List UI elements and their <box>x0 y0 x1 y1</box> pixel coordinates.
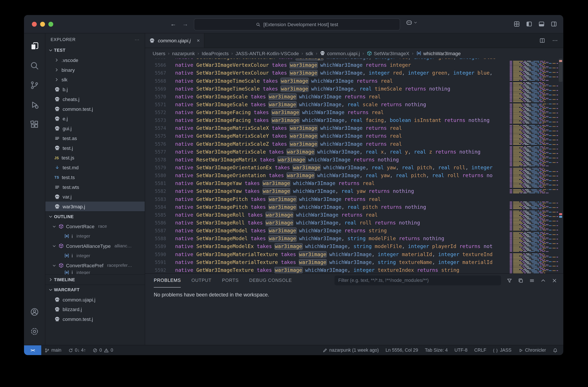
copilot-menu[interactable] <box>406 19 417 26</box>
breadcrumb-item-common.ujapi.j[interactable]: common.ujapi.j <box>320 50 360 56</box>
tree-item-test.as[interactable]: test.as <box>45 133 145 143</box>
tab-close-button[interactable]: × <box>197 38 200 44</box>
status-sync[interactable]: 0↓ 4↑ <box>65 345 89 355</box>
pen-icon <box>323 348 327 353</box>
activity-account[interactable] <box>24 302 45 321</box>
panel-tab-debug-console[interactable]: DEBUG CONSOLE <box>249 273 292 288</box>
sidebar-more-actions-button[interactable]: ··· <box>135 37 140 42</box>
file-name: test.j <box>63 145 73 151</box>
command-center[interactable]: [Extension Development Host] test <box>194 18 400 30</box>
tree-item-.vscode[interactable]: .vscode <box>45 55 145 65</box>
funnel-icon[interactable] <box>507 277 512 283</box>
activity-settings[interactable] <box>24 322 45 341</box>
tree-item-slk[interactable]: slk <box>45 75 145 84</box>
panel-right-icon[interactable] <box>550 21 557 27</box>
breadcrumb-item-nazarpunk[interactable]: nazarpunk <box>172 50 195 56</box>
status-language-mode[interactable]: { }JASS <box>490 345 515 355</box>
tree-item-test.md[interactable]: test.md <box>45 162 145 172</box>
skull-icon <box>55 106 60 112</box>
panel-tab-problems[interactable]: PROBLEMS <box>154 273 181 288</box>
tree-item-test.js[interactable]: JStest.js <box>45 153 145 162</box>
back-button[interactable]: ← <box>170 21 176 27</box>
play-icon <box>518 348 523 353</box>
breadcrumb-item-Users[interactable]: Users <box>152 50 165 56</box>
section-header-timeline[interactable]: TIMELINE <box>45 274 145 284</box>
tree-item-test.wts[interactable]: test.wts <box>45 182 145 192</box>
status-indentation[interactable]: Tab Size: 4 <box>421 345 451 355</box>
remote-indicator[interactable]: >< <box>24 345 41 355</box>
code-editor[interactable]: 5565native SetWar3ImageVertexColourEx ta… <box>145 58 563 273</box>
outline-item-i[interactable]: iinteger <box>45 231 145 241</box>
panel-tab-output[interactable]: OUTPUT <box>191 273 211 288</box>
tree-item-common.test.j[interactable]: common.test.j <box>45 104 145 114</box>
breadcrumb-item-sdk[interactable]: sdk <box>306 50 313 56</box>
problems-filter-input[interactable] <box>335 275 501 285</box>
tree-item-blizzard.j[interactable]: blizzard.j <box>45 304 145 314</box>
tree-item-e.j[interactable]: e.j <box>45 114 145 123</box>
section-header-warcraft[interactable]: WARCRAFT <box>45 284 145 295</box>
breadcrumb-separator: › <box>412 51 413 56</box>
outline-item-ConvertRace[interactable]: ConvertRacerace <box>45 221 145 231</box>
status-branch[interactable]: main <box>41 345 65 355</box>
activity-search[interactable] <box>24 56 45 75</box>
tree-item-common.ujapi.j[interactable]: common.ujapi.j <box>45 295 145 305</box>
close-window-button[interactable] <box>32 22 37 26</box>
status-problems[interactable]: 00 <box>89 345 117 355</box>
tree-item-war3map.j[interactable]: war3map.j <box>45 202 145 211</box>
tab-common-ujapi[interactable]: common.ujapi.j × <box>145 33 204 47</box>
status-eol[interactable]: CRLF <box>471 345 490 355</box>
outline-item-i[interactable]: iinteger <box>45 270 145 274</box>
outline-item-ConvertRacePref[interactable]: ConvertRacePrefraceprefer… <box>45 260 145 270</box>
activity-explorer[interactable] <box>24 36 45 56</box>
panel-tab-ports[interactable]: PORTS <box>222 273 239 288</box>
code-line-5585: 5585native GetWar3ImageRoll takes war3im… <box>145 211 508 219</box>
tree-item-var.j[interactable]: var.j <box>45 192 145 202</box>
maximize-window-button[interactable] <box>48 22 53 26</box>
status-encoding[interactable]: UTF-8 <box>451 345 471 355</box>
tree-item-test.j[interactable]: test.j <box>45 143 145 153</box>
layout-grid-icon[interactable] <box>513 21 520 27</box>
close-icon[interactable] <box>552 277 557 283</box>
split-editor-icon[interactable] <box>539 38 545 44</box>
scrollbar-thumb[interactable] <box>559 58 563 82</box>
file-name: common.ujapi.j <box>63 297 95 302</box>
breadcrumb-item-IdeaProjects[interactable]: IdeaProjects <box>202 50 229 56</box>
panel-bottom-icon[interactable] <box>538 21 545 27</box>
status-notifications[interactable] <box>549 345 561 355</box>
breadcrumb-item-JASS-ANTLR-Kotlin-VSCode[interactable]: JASS-ANTLR-Kotlin-VSCode <box>235 50 299 56</box>
section-header-outline[interactable]: OUTLINE <box>45 211 145 221</box>
code-line-5589: 5589native SetWar3ImageModelEx takes war… <box>145 243 508 250</box>
breadcrumb: Users›nazarpunk›IdeaProjects›JASS-ANTLR-… <box>145 48 563 58</box>
activity-extensions[interactable] <box>24 114 45 134</box>
outline-item-i[interactable]: iinteger <box>45 251 145 260</box>
outline-item-ConvertAllianceType[interactable]: ConvertAllianceTypeallianc… <box>45 241 145 251</box>
status-text: UTF-8 <box>454 347 467 353</box>
minimize-window-button[interactable] <box>40 22 45 26</box>
status-chronicler[interactable]: Chronicler <box>515 345 549 355</box>
more-actions-icon[interactable] <box>552 38 558 44</box>
file-name: common.test.j <box>63 316 93 322</box>
code-line-5580: 5580native SetWar3ImageOrientation takes… <box>145 171 508 179</box>
tree-item-binary[interactable]: binary <box>45 65 145 75</box>
status-cursor-position[interactable]: Ln 5556, Col 29 <box>382 345 421 355</box>
minimap[interactable] <box>508 58 558 273</box>
forward-button[interactable]: → <box>182 21 188 27</box>
breadcrumb-item-SetWar3ImageX[interactable]: SetWar3ImageX <box>367 50 409 56</box>
duplicate-icon[interactable] <box>518 277 524 283</box>
list-flat-icon[interactable] <box>529 277 535 283</box>
panel-left-icon[interactable] <box>526 21 532 27</box>
scrollbar[interactable] <box>558 58 563 273</box>
activity-run-debug[interactable] <box>24 95 45 114</box>
status-author[interactable]: nazarpunk (1 week ago) <box>319 345 382 355</box>
tree-item-gui.j[interactable]: gui.j <box>45 123 145 133</box>
tree-item-cheats.j[interactable]: cheats.j <box>45 94 145 104</box>
chevron-up-icon[interactable] <box>541 277 546 283</box>
tree-item-common.test.j[interactable]: common.test.j <box>45 314 145 324</box>
tree-item-test.ts[interactable]: TStest.ts <box>45 172 145 182</box>
skull-icon <box>55 306 60 312</box>
breadcrumb-item-whichWar3Image[interactable]: whichWar3Image <box>416 50 461 56</box>
section-header-test[interactable]: TEST <box>45 45 145 55</box>
tree-item-b.j[interactable]: b.j <box>45 84 145 94</box>
activity-source-control[interactable] <box>24 75 45 95</box>
code-lines[interactable]: 5565native SetWar3ImageVertexColourEx ta… <box>145 58 508 273</box>
